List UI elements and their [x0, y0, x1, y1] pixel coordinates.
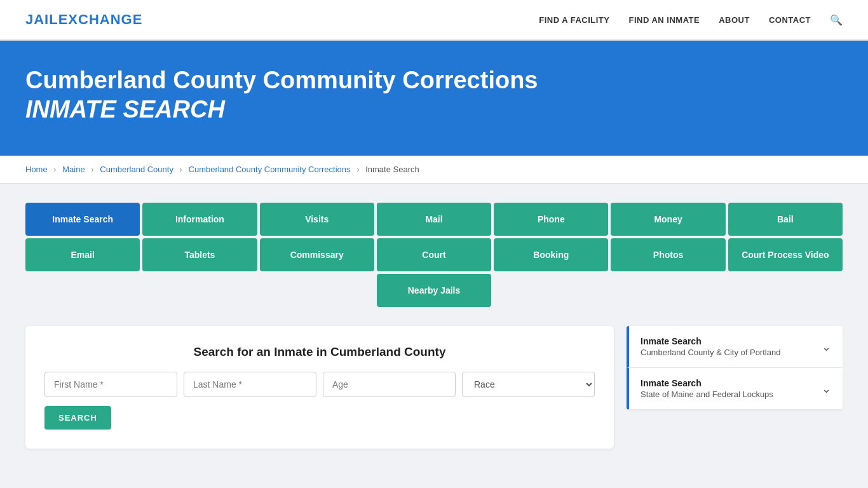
- search-button[interactable]: SEARCH: [44, 406, 111, 430]
- age-input[interactable]: [323, 372, 456, 397]
- hero-title-italic: INMATE SEARCH: [25, 96, 225, 123]
- sidebar-item-cumberland[interactable]: Inmate Search Cumberland County & City o…: [627, 326, 843, 368]
- tab-commissary[interactable]: Commissary: [260, 238, 374, 271]
- tab-phone[interactable]: Phone: [494, 203, 608, 236]
- breadcrumb-sep-4: ›: [356, 165, 359, 174]
- sidebar-label-1: Inmate Search: [641, 336, 780, 346]
- tab-nearby-jails[interactable]: Nearby Jails: [377, 274, 491, 307]
- tab-bail[interactable]: Bail: [728, 203, 843, 236]
- tab-photos[interactable]: Photos: [611, 238, 725, 271]
- breadcrumb-sep-2: ›: [91, 165, 93, 174]
- tab-court[interactable]: Court: [377, 238, 491, 271]
- search-form-heading: Search for an Inmate in Cumberland Count…: [44, 345, 595, 359]
- race-select[interactable]: Race White Black Hispanic Asian Other: [462, 372, 595, 397]
- sidebar: Inmate Search Cumberland County & City o…: [627, 326, 843, 410]
- tab-mail[interactable]: Mail: [377, 203, 491, 236]
- lower-section: Search for an Inmate in Cumberland Count…: [25, 326, 843, 449]
- breadcrumb-home[interactable]: Home: [25, 165, 48, 174]
- sidebar-label-2: Inmate Search: [641, 378, 773, 388]
- navbar: JAILEXCHANGE FIND A FACILITY FIND AN INM…: [0, 0, 868, 41]
- tab-row-1: Inmate Search Information Visits Mail Ph…: [25, 203, 843, 236]
- breadcrumb-sep-1: ›: [53, 165, 56, 174]
- hero-banner: Cumberland County Community Corrections …: [0, 41, 868, 156]
- logo-exchange: EXCHANGE: [58, 11, 143, 27]
- hero-title-main: Cumberland County Community Corrections: [25, 67, 538, 93]
- tab-row-2: Email Tablets Commissary Court Booking P…: [25, 238, 843, 271]
- tab-visits[interactable]: Visits: [260, 203, 374, 236]
- logo[interactable]: JAILEXCHANGE: [25, 11, 142, 28]
- breadcrumb-ccc[interactable]: Cumberland County Community Corrections: [189, 165, 351, 174]
- nav-find-inmate[interactable]: FIND AN INMATE: [628, 15, 700, 25]
- breadcrumb-maine[interactable]: Maine: [62, 165, 85, 174]
- sidebar-item-maine[interactable]: Inmate Search State of Maine and Federal…: [627, 368, 843, 410]
- tab-tablets[interactable]: Tablets: [142, 238, 257, 271]
- nav-links: FIND A FACILITY FIND AN INMATE ABOUT CON…: [539, 14, 843, 26]
- tab-row-3: Nearby Jails: [25, 274, 843, 307]
- nav-about[interactable]: ABOUT: [719, 15, 750, 25]
- chevron-down-icon-2: ⌄: [822, 382, 831, 396]
- first-name-input[interactable]: [44, 372, 177, 397]
- tab-money[interactable]: Money: [611, 203, 725, 236]
- logo-jail: JAIL: [25, 11, 58, 27]
- last-name-input[interactable]: [184, 372, 316, 397]
- breadcrumb: Home › Maine › Cumberland County › Cumbe…: [0, 156, 868, 184]
- hero-title: Cumberland County Community Corrections …: [25, 66, 597, 124]
- sidebar-sub-1: Cumberland County & City of Portland: [641, 348, 780, 357]
- breadcrumb-current: Inmate Search: [365, 165, 419, 174]
- breadcrumb-cumberland-county[interactable]: Cumberland County: [100, 165, 173, 174]
- search-fields: Race White Black Hispanic Asian Other: [44, 372, 595, 397]
- search-form: Search for an Inmate in Cumberland Count…: [25, 326, 614, 449]
- chevron-down-icon-1: ⌄: [822, 340, 831, 354]
- tab-booking[interactable]: Booking: [494, 238, 608, 271]
- breadcrumb-sep-3: ›: [180, 165, 182, 174]
- nav-find-facility[interactable]: FIND A FACILITY: [539, 15, 609, 25]
- tab-inmate-search[interactable]: Inmate Search: [25, 203, 140, 236]
- content-area: Inmate Search Information Visits Mail Ph…: [0, 184, 868, 468]
- search-icon[interactable]: 🔍: [830, 14, 843, 26]
- tab-information[interactable]: Information: [142, 203, 257, 236]
- tab-court-process-video[interactable]: Court Process Video: [728, 238, 843, 271]
- nav-contact[interactable]: CONTACT: [769, 15, 811, 25]
- sidebar-sub-2: State of Maine and Federal Lockups: [641, 390, 773, 399]
- tab-email[interactable]: Email: [25, 238, 140, 271]
